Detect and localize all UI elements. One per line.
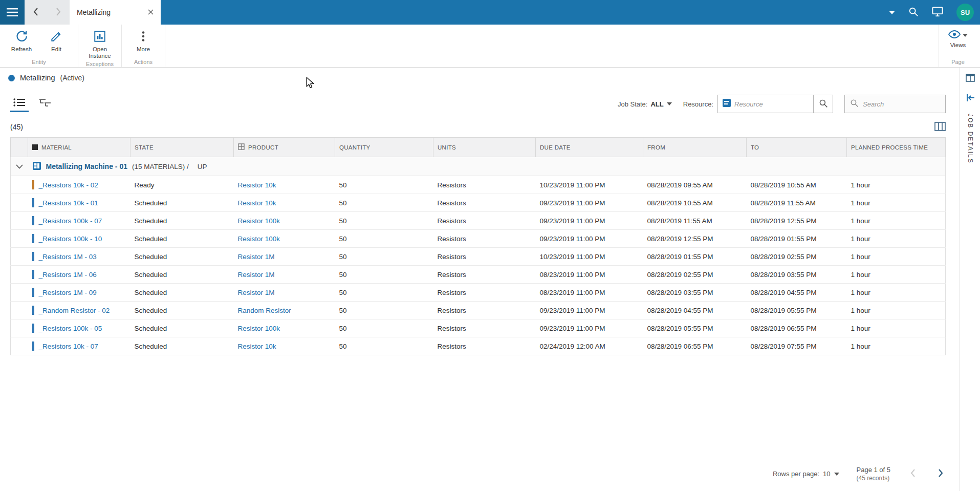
table-row[interactable]: _Resistors 1M - 09 Scheduled Resistor 1M…	[11, 284, 946, 302]
product-link[interactable]: Resistor 1M	[238, 271, 275, 279]
tree-view-icon	[39, 98, 51, 109]
table-row[interactable]: _Resistors 1M - 03 Scheduled Resistor 1M…	[11, 248, 946, 266]
column-header-units[interactable]: UNITS	[433, 138, 536, 157]
job-state-color-bar	[32, 180, 34, 189]
due-date-cell: 08/23/2019 11:00 PM	[536, 266, 643, 284]
state-cell: Scheduled	[130, 230, 234, 248]
product-link[interactable]: Random Resistor	[238, 307, 291, 314]
hamburger-menu-button[interactable]	[0, 0, 25, 25]
job-details-panel-tab[interactable]: JOB DETAILS	[967, 114, 974, 164]
tree-view-toggle[interactable]	[36, 96, 54, 112]
tab-overflow-button[interactable]	[889, 9, 895, 16]
open-instance-button[interactable]: Open Instance	[82, 28, 117, 59]
table-row[interactable]: _Resistors 100k - 07 Scheduled Resistor …	[11, 212, 946, 230]
collapse-panel-button[interactable]	[966, 94, 975, 103]
user-avatar[interactable]: SU	[956, 4, 974, 21]
chevron-right-icon	[938, 468, 944, 479]
job-state-color-bar	[32, 288, 34, 297]
column-header-due-date[interactable]: DUE DATE	[536, 138, 643, 157]
global-search-button[interactable]	[908, 7, 919, 18]
planned-time-cell: 1 hour	[847, 302, 946, 319]
hamburger-icon	[7, 8, 18, 16]
tab-close-button[interactable]	[148, 9, 154, 16]
due-date-cell: 10/23/2019 11:00 PM	[536, 176, 643, 194]
material-link[interactable]: _Resistors 10k - 02	[39, 181, 98, 189]
job-state-color-bar	[32, 252, 34, 261]
edit-label: Edit	[51, 46, 61, 53]
page-label: Page 1 of 5	[857, 466, 891, 474]
table-row[interactable]: _Resistors 10k - 07 Scheduled Resistor 1…	[11, 337, 946, 355]
job-state-filter[interactable]: Job State: ALL	[618, 100, 672, 108]
due-date-cell: 09/23/2019 11:00 PM	[536, 230, 643, 248]
to-cell: 08/28/2019 01:55 PM	[747, 230, 847, 248]
more-button[interactable]: More	[126, 28, 161, 57]
units-cell: Resistors	[433, 302, 536, 319]
material-link[interactable]: _Resistors 100k - 10	[39, 235, 102, 243]
product-link[interactable]: Resistor 10k	[238, 343, 276, 350]
nav-forward-button[interactable]	[47, 0, 70, 25]
resource-search-button[interactable]	[813, 95, 833, 113]
machine-icon	[32, 161, 41, 172]
table-row[interactable]: _Resistors 10k - 01 Scheduled Resistor 1…	[11, 194, 946, 212]
table-row[interactable]: _Resistors 10k - 02 Ready Resistor 10k 5…	[11, 176, 946, 194]
previous-page-button[interactable]	[908, 466, 918, 481]
material-link[interactable]: _Resistors 10k - 07	[39, 343, 98, 350]
product-link[interactable]: Resistor 1M	[238, 289, 275, 296]
rows-per-page-select[interactable]: Rows per page: 10	[773, 470, 839, 478]
product-link[interactable]: Resistor 1M	[238, 253, 275, 261]
monitor-icon	[932, 7, 943, 18]
material-link[interactable]: _Resistors 1M - 06	[39, 271, 97, 279]
to-cell: 08/28/2019 04:55 PM	[747, 284, 847, 302]
status-dot-icon	[8, 75, 15, 81]
material-link[interactable]: _Resistors 1M - 09	[39, 289, 97, 296]
chevron-left-icon	[33, 7, 39, 18]
session-monitor-button[interactable]	[932, 7, 943, 18]
entity-status-bar: Metallizing (Active)	[0, 68, 960, 88]
from-cell: 08/28/2019 06:55 PM	[643, 337, 747, 355]
units-cell: Resistors	[433, 194, 536, 212]
material-link[interactable]: _Resistors 100k - 07	[39, 217, 102, 225]
refresh-button[interactable]: Refresh	[4, 28, 39, 57]
open-instance-icon	[93, 30, 106, 45]
search-input[interactable]	[863, 100, 940, 108]
due-date-cell: 09/23/2019 11:00 PM	[536, 302, 643, 319]
job-details-grid-button[interactable]	[966, 74, 975, 83]
column-header-product[interactable]: PRODUCT	[234, 138, 335, 157]
group-machine-link[interactable]: Metallizing Machine - 01	[46, 162, 127, 170]
tab-metallizing[interactable]: Metallizing	[70, 0, 161, 25]
group-collapse-button[interactable]	[15, 163, 24, 170]
close-icon	[148, 9, 154, 16]
column-header-to[interactable]: TO	[747, 138, 847, 157]
due-date-cell: 09/23/2019 11:00 PM	[536, 194, 643, 212]
resource-input[interactable]	[734, 100, 809, 108]
column-header-state[interactable]: STATE	[130, 138, 234, 157]
column-header-planned-process-time[interactable]: PLANNED PROCESS TIME	[847, 138, 946, 157]
column-header-quantity[interactable]: QUANTITY	[335, 138, 433, 157]
units-cell: Resistors	[433, 319, 536, 337]
column-header-from[interactable]: FROM	[643, 138, 747, 157]
page-info: Page 1 of 5 (45 records)	[857, 466, 891, 482]
table-row[interactable]: _Random Resistor - 02 Scheduled Random R…	[11, 302, 946, 319]
table-row[interactable]: _Resistors 1M - 06 Scheduled Resistor 1M…	[11, 266, 946, 284]
material-link[interactable]: _Resistors 10k - 01	[39, 199, 98, 207]
next-page-button[interactable]	[935, 466, 946, 481]
product-link[interactable]: Resistor 100k	[238, 325, 280, 332]
list-view-toggle[interactable]	[10, 96, 29, 112]
material-link[interactable]: _Resistors 100k - 05	[39, 325, 102, 332]
edit-button[interactable]: Edit	[39, 28, 74, 57]
column-header-material[interactable]: MATERIAL	[28, 138, 130, 157]
product-link[interactable]: Resistor 10k	[238, 181, 276, 189]
column-chooser-button[interactable]	[934, 122, 946, 133]
product-link[interactable]: Resistor 100k	[238, 235, 280, 243]
product-link[interactable]: Resistor 10k	[238, 199, 276, 207]
table-row[interactable]: _Resistors 100k - 05 Scheduled Resistor …	[11, 319, 946, 337]
planned-time-cell: 1 hour	[847, 230, 946, 248]
pencil-icon	[50, 30, 63, 45]
nav-back-button[interactable]	[25, 0, 47, 25]
product-link[interactable]: Resistor 100k	[238, 217, 280, 225]
table-row[interactable]: _Resistors 100k - 10 Scheduled Resistor …	[11, 230, 946, 248]
ribbon-group-page: Views Page	[939, 25, 975, 67]
material-link[interactable]: _Random Resistor - 02	[39, 307, 110, 314]
material-link[interactable]: _Resistors 1M - 03	[39, 253, 97, 261]
views-button[interactable]: Views	[948, 30, 968, 48]
